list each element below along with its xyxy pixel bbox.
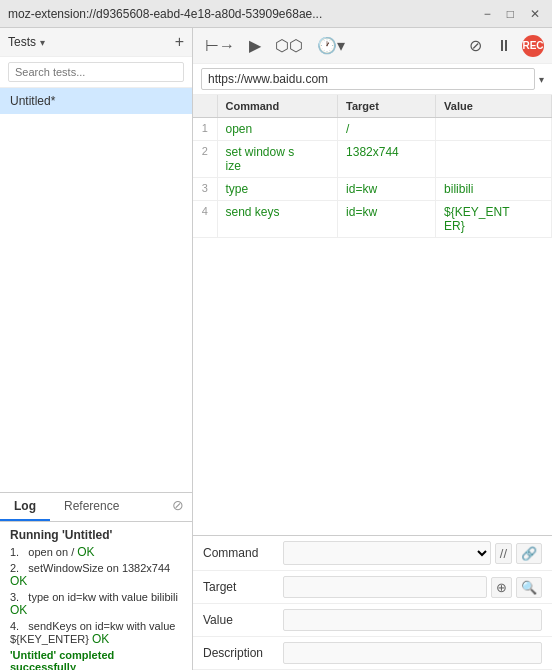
row-num-2: 2 <box>193 141 217 178</box>
table-wrapper: Command Target Value 1 open / <box>193 95 552 535</box>
test-item-untitled[interactable]: Untitled* <box>0 88 192 114</box>
titlebar-url: moz-extension://d9365608-eabd-4e18-a80d-… <box>8 7 322 21</box>
tests-header: Tests ▾ + <box>0 28 192 57</box>
col-command: Command <box>217 95 338 118</box>
table-row[interactable]: 3 type id=kw bilibili <box>193 178 552 201</box>
target-cell-2: 1382x744 <box>338 141 436 178</box>
table-row[interactable]: 2 set window size 1382x744 <box>193 141 552 178</box>
url-bar: ▾ <box>193 64 552 95</box>
right-panel: ⊢→ ▶ ⬡⬡ 🕐▾ ⊘ ⏸ REC ▾ Command <box>193 28 552 670</box>
minimize-button[interactable]: − <box>480 7 495 21</box>
target-cell-1: / <box>338 118 436 141</box>
log-ok-4: OK <box>92 632 109 646</box>
log-ok-1: OK <box>77 545 94 559</box>
command-input-wrap: // 🔗 <box>283 541 542 565</box>
description-input-wrap <box>283 642 542 664</box>
test-item-label: Untitled* <box>10 94 55 108</box>
log-running-bold: Running 'Untitled' <box>10 528 112 542</box>
tests-dropdown-icon[interactable]: ▾ <box>40 37 45 48</box>
url-dropdown-icon[interactable]: ▾ <box>535 74 544 85</box>
close-button[interactable]: ✕ <box>526 7 544 21</box>
description-input[interactable] <box>283 642 542 664</box>
timer-button[interactable]: 🕐▾ <box>313 34 349 57</box>
log-entry-2: 2. setWindowSize on 1382x744 OK <box>10 562 182 588</box>
row-num-1: 1 <box>193 118 217 141</box>
value-cell-1 <box>436 118 552 141</box>
value-cell-2 <box>436 141 552 178</box>
log-ok-2: OK <box>10 574 27 588</box>
log-running-title: Running 'Untitled' <box>10 528 182 542</box>
cmd-cell-2: set window size <box>217 141 338 178</box>
value-cell-3: bilibili <box>436 178 552 201</box>
command-table: Command Target Value 1 open / <box>193 95 552 238</box>
crosshair-button[interactable]: ⊕ <box>491 577 512 598</box>
tests-header-left: Tests ▾ <box>8 35 45 49</box>
test-list: Untitled* <box>0 88 192 492</box>
table-row[interactable]: 4 send keys id=kw ${KEY_ENTER} <box>193 201 552 238</box>
command-select[interactable] <box>283 541 491 565</box>
value-label: Value <box>203 613 283 627</box>
tab-log-label: Log <box>14 499 36 513</box>
table-row[interactable]: 1 open / <box>193 118 552 141</box>
target-cell-4: id=kw <box>338 201 436 238</box>
table-body: 1 open / 2 set window size 1382x744 <box>193 118 552 238</box>
target-cell-3: id=kw <box>338 178 436 201</box>
titlebar-controls: − □ ✕ <box>480 7 544 21</box>
cmd-cell-1: open <box>217 118 338 141</box>
url-input[interactable] <box>201 68 535 90</box>
log-entry-1: 1. open on / OK <box>10 545 182 559</box>
row-num-3: 3 <box>193 178 217 201</box>
cmd-cell-3: type <box>217 178 338 201</box>
play-button[interactable]: ▶ <box>245 34 265 57</box>
step-button[interactable]: ⊢→ <box>201 34 239 57</box>
log-success: 'Untitled' completed successfully <box>10 649 182 670</box>
search-bar <box>0 57 192 88</box>
tab-reference-label: Reference <box>64 499 119 513</box>
target-input-wrap: ⊕ 🔍 <box>283 576 542 598</box>
search-input[interactable] <box>8 62 184 82</box>
comment-button[interactable]: // <box>495 543 512 564</box>
row-num-4: 4 <box>193 201 217 238</box>
main-container: Tests ▾ + Untitled* Log Reference <box>0 28 552 670</box>
log-ok-3: OK <box>10 603 27 617</box>
fields-panel: Command // 🔗 Target ⊕ 🔍 <box>193 535 552 670</box>
log-tabs: Log Reference ⊘ <box>0 493 192 522</box>
value-cell-4: ${KEY_ENTER} <box>436 201 552 238</box>
target-input[interactable] <box>283 576 487 598</box>
log-action-icon[interactable]: ⊘ <box>164 493 192 521</box>
target-field-row: Target ⊕ 🔍 <box>193 571 552 604</box>
pause-icon[interactable]: ⏸ <box>492 35 516 57</box>
table-header: Command Target Value <box>193 95 552 118</box>
record-button[interactable]: REC <box>522 35 544 57</box>
command-table-container: Command Target Value 1 open / <box>193 95 552 670</box>
tests-title: Tests <box>8 35 36 49</box>
col-value: Value <box>436 95 552 118</box>
tab-reference[interactable]: Reference <box>50 493 133 521</box>
col-target: Target <box>338 95 436 118</box>
maximize-button[interactable]: □ <box>503 7 518 21</box>
titlebar-url-text: moz-extension://d9365608-eabd-4e18-a80d-… <box>8 7 322 21</box>
link-button[interactable]: 🔗 <box>516 543 542 564</box>
disable-button[interactable]: ⊘ <box>465 34 486 57</box>
value-field-row: Value <box>193 604 552 637</box>
titlebar: moz-extension://d9365608-eabd-4e18-a80d-… <box>0 0 552 28</box>
breakpoint-button[interactable]: ⬡⬡ <box>271 34 307 57</box>
search-target-button[interactable]: 🔍 <box>516 577 542 598</box>
left-panel: Tests ▾ + Untitled* Log Reference <box>0 28 193 670</box>
add-test-button[interactable]: + <box>175 34 184 50</box>
target-label: Target <box>203 580 283 594</box>
log-panel: Log Reference ⊘ Running 'Untitled' 1. op… <box>0 492 192 670</box>
command-field-row: Command // 🔗 <box>193 536 552 571</box>
cmd-cell-4: send keys <box>217 201 338 238</box>
log-content: Running 'Untitled' 1. open on / OK 2. se… <box>0 522 192 670</box>
description-field-row: Description <box>193 637 552 670</box>
col-num <box>193 95 217 118</box>
description-label: Description <box>203 646 283 660</box>
tab-log[interactable]: Log <box>0 493 50 521</box>
command-label: Command <box>203 546 283 560</box>
toolbar: ⊢→ ▶ ⬡⬡ 🕐▾ ⊘ ⏸ REC <box>193 28 552 64</box>
log-entry-4: 4. sendKeys on id=kw with value ${KEY_EN… <box>10 620 182 646</box>
value-input-wrap <box>283 609 542 631</box>
log-entry-3: 3. type on id=kw with value bilibili OK <box>10 591 182 617</box>
value-input[interactable] <box>283 609 542 631</box>
